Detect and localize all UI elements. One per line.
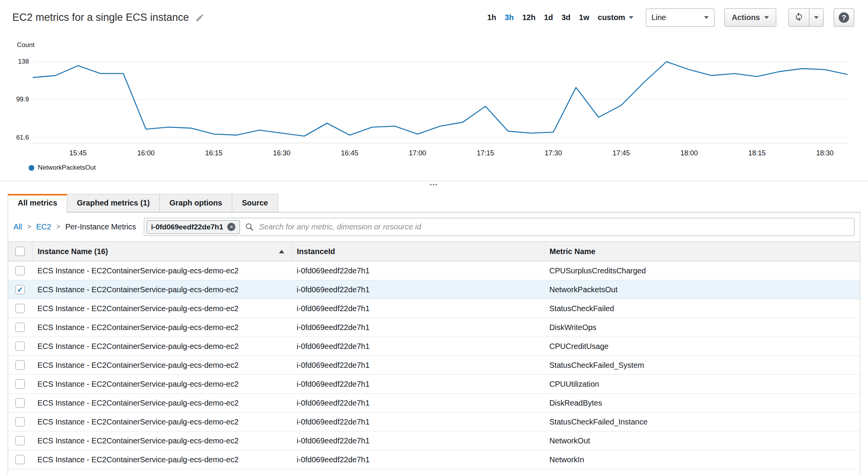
metric-search-box[interactable]: i-0fd069eedf22de7h1 × (144, 218, 854, 236)
metric-name-cell: CPUCreditUsage (544, 337, 860, 356)
row-checkbox[interactable] (15, 323, 25, 332)
row-checkbox-cell (8, 394, 32, 413)
instance-id-cell: i-0fd069eedf22de7h1 (291, 318, 544, 337)
time-range-1w[interactable]: 1w (579, 13, 589, 22)
column-header-metric-name[interactable]: Metric Name (544, 242, 860, 261)
panel-body: All>EC2>Per-Instance Metrics i-0fd069eed… (8, 212, 860, 475)
row-checkbox[interactable]: ✓ (15, 285, 25, 294)
row-checkbox-cell (8, 413, 32, 431)
x-axis-tick: 18:15 (748, 149, 766, 157)
chart-type-select[interactable]: Line (646, 8, 714, 27)
table-row[interactable]: ECS Instance - EC2ContainerService-paulg… (8, 337, 860, 356)
breadcrumb-all[interactable]: All (14, 222, 22, 231)
table-row[interactable]: ECS Instance - EC2ContainerService-paulg… (8, 261, 860, 280)
column-label: InstanceId (297, 247, 335, 256)
filter-chip[interactable]: i-0fd069eedf22de7h1 × (147, 220, 240, 234)
breadcrumb-separator-icon: > (56, 223, 61, 231)
custom-label: custom (598, 13, 625, 22)
metric-name-cell: CPUSurplusCreditsCharged (544, 261, 860, 280)
time-range-3h[interactable]: 3h (505, 13, 513, 22)
row-checkbox[interactable] (15, 436, 25, 445)
time-range-1h[interactable]: 1h (487, 13, 496, 22)
instance-id-cell: i-0fd069eedf22de7h1 (291, 261, 544, 280)
table-row[interactable]: ✓ECS Instance - EC2ContainerService-paul… (8, 280, 860, 299)
column-header-instance-id[interactable]: InstanceId (291, 242, 544, 261)
panel-resize-handle[interactable]: ••• (0, 181, 868, 189)
metric-name-cell: NetworkIn (544, 450, 860, 469)
tab-graph-options[interactable]: Graph options (159, 194, 232, 212)
table-row[interactable]: ECS Instance - EC2ContainerService-paulg… (8, 299, 860, 318)
actions-button[interactable]: Actions (724, 8, 776, 27)
metric-name-cell: DiskWriteOps (544, 318, 860, 337)
table-row[interactable]: ECS Instance - EC2ContainerService-paulg… (8, 394, 860, 413)
filter-chip-label: i-0fd069eedf22de7h1 (151, 223, 223, 231)
row-checkbox[interactable] (15, 360, 25, 370)
edit-title-icon[interactable] (195, 13, 204, 22)
metrics-tabs: All metricsGraphed metrics (1)Graph opti… (8, 194, 860, 212)
refresh-options-button[interactable] (809, 8, 824, 27)
tab-source[interactable]: Source (232, 194, 278, 212)
metric-name-cell: NetworkOut (544, 431, 860, 450)
instance-id-cell: i-0fd069eedf22de7h1 (291, 431, 544, 450)
chevron-down-icon (629, 16, 633, 19)
metric-name-cell: CPUUtilization (544, 375, 860, 394)
chevron-down-icon (814, 16, 819, 19)
table-header-row: Instance Name (16) InstanceId Metric Nam… (8, 242, 860, 261)
search-icon (245, 222, 254, 231)
select-all-header (8, 242, 32, 261)
time-range-12h[interactable]: 12h (522, 13, 535, 22)
row-checkbox[interactable] (15, 342, 25, 351)
chart-legend[interactable]: NetworkPacketsOut (29, 164, 848, 172)
metrics-table: Instance Name (16) InstanceId Metric Nam… (8, 241, 860, 469)
filter-row: All>EC2>Per-Instance Metrics i-0fd069eed… (8, 212, 860, 241)
time-range-selector: 1h3h12h1d3d1w (487, 13, 589, 22)
instance-id-cell: i-0fd069eedf22de7h1 (291, 450, 544, 469)
row-checkbox[interactable] (15, 417, 25, 426)
table-row[interactable]: ECS Instance - EC2ContainerService-paulg… (8, 356, 860, 375)
x-axis-tick: 17:00 (409, 149, 426, 157)
remove-filter-icon[interactable]: × (227, 223, 235, 231)
row-checkbox-cell (8, 356, 32, 375)
column-label: Metric Name (550, 247, 596, 256)
row-checkbox[interactable] (15, 455, 25, 464)
row-checkbox[interactable] (15, 304, 25, 313)
search-input[interactable] (259, 222, 849, 231)
column-header-instance-name[interactable]: Instance Name (16) (32, 242, 291, 261)
select-all-checkbox[interactable] (15, 247, 25, 256)
title-wrap: EC2 metrics for a single ECS instance (12, 12, 204, 24)
metric-name-cell: DiskReadBytes (544, 394, 860, 413)
instance-name-cell: ECS Instance - EC2ContainerService-paulg… (32, 394, 291, 413)
time-range-3d[interactable]: 3d (562, 13, 571, 22)
x-axis-tick: 17:30 (545, 149, 562, 157)
instance-name-cell: ECS Instance - EC2ContainerService-paulg… (32, 299, 291, 318)
row-checkbox[interactable] (15, 266, 25, 275)
time-range-1d[interactable]: 1d (544, 13, 553, 22)
instance-name-cell: ECS Instance - EC2ContainerService-paulg… (32, 318, 291, 337)
row-checkbox[interactable] (15, 379, 25, 389)
help-button[interactable]: ? (834, 8, 854, 27)
table-row[interactable]: ECS Instance - EC2ContainerService-paulg… (8, 431, 860, 450)
breadcrumb-ec2[interactable]: EC2 (36, 222, 51, 231)
x-axis-tick: 16:45 (341, 149, 358, 157)
metrics-line-chart[interactable] (33, 57, 848, 146)
table-row[interactable]: ECS Instance - EC2ContainerService-paulg… (8, 375, 860, 394)
instance-name-cell: ECS Instance - EC2ContainerService-paulg… (32, 375, 291, 394)
instance-id-cell: i-0fd069eedf22de7h1 (291, 394, 544, 413)
instance-name-cell: ECS Instance - EC2ContainerService-paulg… (32, 261, 291, 280)
row-checkbox[interactable] (15, 398, 25, 408)
x-axis-tick: 16:15 (205, 149, 223, 157)
custom-time-range-dropdown[interactable]: custom (598, 13, 633, 22)
chart-plot-area[interactable] (33, 57, 848, 146)
refresh-button[interactable] (789, 8, 809, 27)
table-row[interactable]: ECS Instance - EC2ContainerService-paulg… (8, 413, 860, 431)
tab-graphed-metrics-1[interactable]: Graphed metrics (1) (67, 194, 160, 212)
chevron-down-icon (704, 16, 709, 19)
tab-all-metrics[interactable]: All metrics (8, 194, 67, 212)
actions-label: Actions (732, 13, 760, 22)
y-axis-ticks: 61.699.9138 (12, 57, 33, 146)
instance-name-cell: ECS Instance - EC2ContainerService-paulg… (32, 450, 291, 469)
metric-name-cell: StatusCheckFailed (544, 299, 860, 318)
table-row[interactable]: ECS Instance - EC2ContainerService-paulg… (8, 318, 860, 337)
table-row[interactable]: ECS Instance - EC2ContainerService-paulg… (8, 450, 860, 469)
legend-marker-icon (29, 165, 34, 171)
